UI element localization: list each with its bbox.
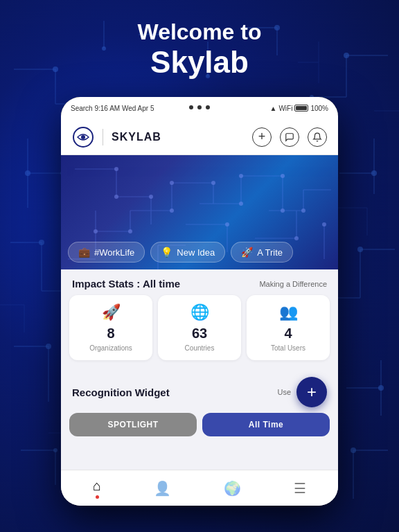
signal-icon: ▲ (270, 105, 277, 112)
pill-worklife[interactable]: 💼 #WorkLife (68, 242, 145, 263)
stats-cards: 🚀 8 Organizations 🌐 63 Countries 👥 4 Tot… (61, 295, 338, 369)
wifi-icon: WiFi (278, 105, 292, 112)
home-icon: ⌂ (93, 478, 101, 494)
users-label: Total Users (271, 344, 305, 352)
countries-icon: 🌐 (190, 303, 209, 321)
worklife-label: #WorkLife (94, 247, 134, 258)
bell-button[interactable] (308, 127, 327, 147)
svg-point-99 (322, 222, 326, 227)
category-pills: 💼 #WorkLife 💡 New Idea 🚀 A Trite (68, 242, 331, 263)
recognition-right: Use + (277, 377, 327, 407)
tablet-frame: Search 9:16 AM Wed Apr 5 ▲ WiFi 100% SKY… (61, 97, 338, 506)
stat-card-countries: 🌐 63 Countries (158, 295, 241, 360)
menu-icon: ☰ (294, 480, 306, 497)
nav-profile[interactable]: 👤 (154, 480, 171, 497)
svg-point-98 (294, 236, 299, 240)
hero-banner: 💼 #WorkLife 💡 New Idea 🚀 A Trite (61, 155, 338, 269)
nav-menu[interactable]: ☰ (294, 480, 306, 497)
stats-title: Impact Stats : All time (72, 278, 180, 290)
nav-home[interactable]: ⌂ (93, 478, 101, 499)
newidea-icon: 💡 (161, 247, 172, 258)
bottom-nav: ⌂ 👤 🌍 ☰ (61, 470, 338, 506)
users-number: 4 (284, 326, 292, 342)
header-icons: + (252, 127, 327, 147)
spotlight-tab[interactable]: SPOTLIGHT (69, 413, 197, 436)
camera-dot-3 (206, 105, 210, 109)
welcome-section: Welcome to Skylab (0, 19, 399, 80)
recognition-tabs: SPOTLIGHT All Time (61, 413, 338, 442)
svg-point-84 (114, 167, 118, 171)
organizations-icon: 🚀 (102, 303, 121, 321)
svg-point-42 (378, 385, 384, 391)
recognition-title: Recognition Widget (72, 387, 170, 398)
stats-subtitle: Making a Difference (259, 280, 327, 288)
countries-number: 63 (192, 326, 207, 342)
svg-point-93 (239, 174, 243, 178)
svg-point-97 (225, 222, 229, 227)
users-icon: 👥 (279, 303, 298, 321)
nav-globe[interactable]: 🌍 (224, 480, 241, 497)
pill-newidea[interactable]: 💡 New Idea (150, 242, 225, 263)
svg-point-96 (301, 209, 305, 213)
pill-atrite[interactable]: 🚀 A Trite (231, 242, 293, 263)
svg-point-95 (281, 209, 285, 213)
svg-point-86 (149, 195, 153, 199)
svg-point-87 (94, 229, 98, 233)
svg-point-31 (25, 170, 30, 176)
status-right: ▲ WiFi 100% (270, 105, 328, 112)
svg-point-35 (46, 344, 51, 349)
stat-card-users: 👥 4 Total Users (247, 295, 330, 360)
recognition-right-text: Use (277, 388, 291, 396)
svg-point-92 (239, 202, 243, 206)
alltime-tab[interactable]: All Time (202, 413, 330, 436)
stat-card-organizations: 🚀 8 Organizations (69, 295, 152, 360)
app-screen: SKYLAB + (61, 119, 338, 506)
add-button[interactable]: + (252, 127, 272, 147)
svg-point-89 (170, 209, 174, 213)
app-logo: SKYLAB (72, 126, 161, 148)
svg-point-39 (371, 170, 377, 176)
logo-divider (103, 129, 103, 145)
recognition-header: Recognition Widget Use + (61, 369, 338, 413)
svg-point-33 (39, 240, 44, 245)
profile-icon: 👤 (154, 480, 171, 497)
svg-point-90 (170, 181, 174, 185)
organizations-number: 8 (107, 326, 114, 342)
svg-point-36 (53, 448, 57, 452)
welcome-to-text: Welcome to (0, 19, 399, 45)
fab-button[interactable]: + (296, 377, 327, 407)
svg-point-94 (281, 174, 285, 178)
svg-point-88 (128, 229, 132, 233)
worklife-icon: 💼 (78, 247, 90, 258)
welcome-app-name: Skylab (0, 45, 399, 80)
tablet-camera (189, 105, 210, 109)
atrite-label: A Trite (257, 247, 283, 258)
chat-button[interactable] (280, 127, 299, 147)
logo-text: SKYLAB (112, 131, 161, 143)
svg-point-91 (211, 181, 215, 185)
battery-icon (294, 105, 308, 112)
home-dot (96, 495, 99, 499)
app-header: SKYLAB + (61, 119, 338, 155)
battery-text: 100% (310, 105, 328, 112)
svg-point-85 (114, 195, 118, 199)
organizations-label: Organizations (89, 344, 132, 352)
logo-icon (72, 126, 94, 148)
newidea-label: New Idea (177, 247, 215, 258)
atrite-icon: 🚀 (241, 247, 253, 258)
svg-point-57 (81, 135, 85, 139)
stats-header: Impact Stats : All time Making a Differe… (61, 269, 338, 295)
camera-dot-2 (197, 105, 202, 109)
globe-icon: 🌍 (224, 480, 241, 497)
countries-label: Countries (185, 344, 215, 352)
status-left: Search 9:16 AM Wed Apr 5 (71, 105, 154, 112)
camera-dot-1 (189, 105, 193, 109)
svg-point-40 (357, 247, 363, 252)
svg-point-43 (351, 447, 356, 453)
